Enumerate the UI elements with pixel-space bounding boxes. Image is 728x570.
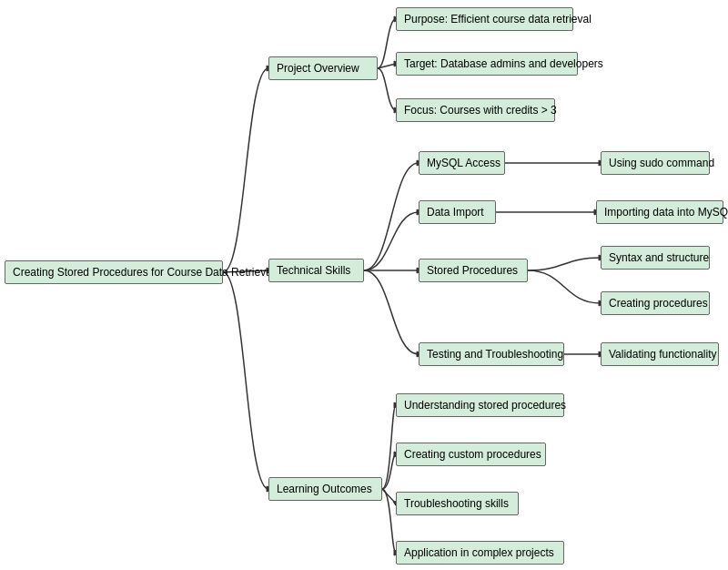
node-importing_data: Importing data into MySQL <box>596 200 723 224</box>
node-label-purpose: Purpose: Efficient course data retrieval <box>404 13 592 25</box>
node-label-importing_data: Importing data into MySQL <box>604 206 728 219</box>
node-testing: Testing and Troubleshooting <box>419 342 564 366</box>
node-stored_procedures: Stored Procedures <box>419 259 528 282</box>
node-label-testing: Testing and Troubleshooting <box>427 348 563 361</box>
node-label-project_overview: Project Overview <box>277 62 359 75</box>
node-label-understanding: Understanding stored procedures <box>404 399 566 412</box>
node-label-focus: Focus: Courses with credits > 3 <box>404 104 557 117</box>
node-troubleshooting: Troubleshooting skills <box>396 492 519 515</box>
node-label-stored_procedures: Stored Procedures <box>427 264 518 277</box>
node-mysql_access: MySQL Access <box>419 151 505 175</box>
node-data_import: Data Import <box>419 200 496 224</box>
node-label-validating: Validating functionality <box>609 348 717 361</box>
node-label-root: Creating Stored Procedures for Course Da… <box>13 266 274 279</box>
node-purpose: Purpose: Efficient course data retrieval <box>396 7 573 31</box>
node-label-creating_proc: Creating procedures <box>609 297 708 310</box>
node-validating: Validating functionality <box>601 342 719 366</box>
node-label-learning_outcomes: Learning Outcomes <box>277 483 372 495</box>
node-using_sudo: Using sudo command <box>601 151 710 175</box>
node-understanding: Understanding stored procedures <box>396 393 564 417</box>
node-creating_proc: Creating procedures <box>601 291 710 315</box>
node-creating_custom: Creating custom procedures <box>396 443 546 466</box>
node-label-data_import: Data Import <box>427 206 484 219</box>
node-target: Target: Database admins and developers <box>396 52 578 76</box>
node-label-using_sudo: Using sudo command <box>609 157 714 169</box>
node-learning_outcomes: Learning Outcomes <box>268 477 382 501</box>
node-label-mysql_access: MySQL Access <box>427 157 500 169</box>
node-project_overview: Project Overview <box>268 56 378 80</box>
node-focus: Focus: Courses with credits > 3 <box>396 98 555 122</box>
node-root: Creating Stored Procedures for Course Da… <box>5 260 223 284</box>
node-label-technical_skills: Technical Skills <box>277 264 350 277</box>
node-label-syntax: Syntax and structure <box>609 251 709 264</box>
node-label-application: Application in complex projects <box>404 546 554 559</box>
node-label-troubleshooting: Troubleshooting skills <box>404 497 509 510</box>
node-label-creating_custom: Creating custom procedures <box>404 448 541 461</box>
node-application: Application in complex projects <box>396 541 564 565</box>
node-technical_skills: Technical Skills <box>268 259 364 282</box>
node-syntax: Syntax and structure <box>601 246 710 270</box>
node-label-target: Target: Database admins and developers <box>404 57 603 70</box>
